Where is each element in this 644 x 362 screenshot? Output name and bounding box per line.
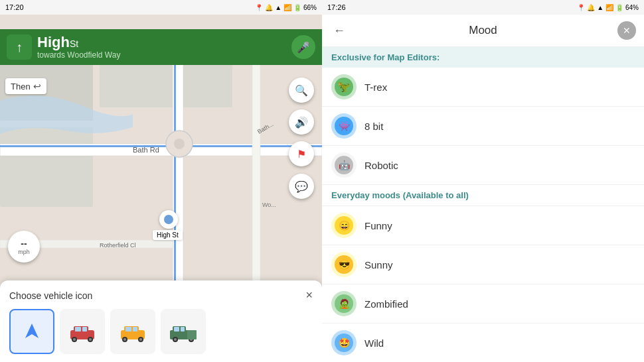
mood-panel: 17:26 📍 🔔 ▲ 📶 🔋 64% ← Mood ✕ Exclusive f… — [322, 0, 644, 362]
chat-fab[interactable]: 💬 — [289, 174, 314, 199]
svg-text:Bath Rd: Bath Rd — [133, 146, 159, 154]
vehicle-close-button[interactable]: × — [305, 288, 313, 302]
nav-bar: ↑ HighSt towards Woodfield Way 🎤 — [0, 29, 322, 65]
funny-label: Funny — [364, 220, 635, 231]
status-icons-left: 📍 🔔 ▲ 📶 🔋 66% — [255, 4, 317, 11]
vehicle-option-arrow[interactable] — [9, 309, 54, 354]
back-icon: ← — [333, 24, 345, 38]
svg-text:😄: 😄 — [339, 220, 351, 231]
flag-fab[interactable]: ⚑ — [289, 141, 314, 166]
mood-header: ← Mood ✕ — [322, 15, 644, 47]
status-icons-right: 📍 🔔 ▲ 📶 🔋 64% — [577, 4, 639, 11]
mood-item-funny[interactable]: 😄 Funny — [322, 206, 644, 245]
status-time-right: 17:26 — [327, 3, 346, 11]
mood-item-8bit[interactable]: 👾 8 bit — [322, 107, 644, 146]
svg-text:🤩: 🤩 — [339, 337, 351, 349]
volume-fab[interactable]: 🔊 — [289, 109, 314, 135]
svg-point-22 — [73, 338, 76, 341]
vehicle-option-yellow-car[interactable] — [110, 309, 155, 354]
svg-text:🤖: 🤖 — [339, 160, 351, 171]
svg-rect-5 — [0, 145, 322, 147]
svg-rect-20 — [82, 327, 87, 332]
mood-item-trex[interactable]: 🦖 T-rex — [322, 68, 644, 107]
speed-unit: mph — [18, 249, 30, 255]
svg-text:👾: 👾 — [339, 121, 351, 132]
then-arrow-icon: ↩ — [33, 81, 41, 91]
high-st-label: High St — [153, 230, 183, 240]
mic-button[interactable]: 🎤 — [291, 35, 315, 59]
svg-point-32 — [139, 338, 142, 341]
robotic-label: Robotic — [364, 160, 635, 171]
user-location-dot: High St — [159, 210, 178, 229]
close-icon: ✕ — [623, 25, 631, 36]
zombie-avatar: 🧟 — [331, 291, 357, 316]
svg-text:🧟: 🧟 — [339, 298, 351, 310]
svg-text:Wo...: Wo... — [262, 202, 276, 208]
vehicle-chooser-title: Choose vehicle icon — [9, 290, 92, 301]
map-area[interactable]: Bath Rd Rotherfield Cl Bath... Wo... ↑ — [0, 15, 322, 362]
speed-indicator: -- mph — [8, 231, 40, 263]
svg-point-14 — [174, 139, 185, 149]
svg-rect-3 — [0, 127, 93, 207]
vehicle-chooser-panel: Choose vehicle icon × — [0, 280, 322, 362]
8bit-label: 8 bit — [364, 121, 635, 132]
nav-text: HighSt towards Woodfield Way — [37, 34, 286, 60]
svg-point-30 — [123, 338, 126, 341]
everyday-section-label: Everyday moods (Available to all) — [322, 185, 644, 206]
robotic-avatar: 🤖 — [331, 152, 357, 178]
mood-item-robotic[interactable]: 🤖 Robotic — [322, 146, 644, 185]
mood-list: 🦖 T-rex 👾 8 bit 🤖 Robotic Everyday moods… — [322, 68, 644, 362]
sunny-label: Sunny — [364, 259, 635, 271]
svg-text:😎: 😎 — [339, 259, 351, 271]
vehicle-header: Choose vehicle icon × — [9, 288, 313, 302]
vehicle-option-green-truck[interactable] — [161, 309, 206, 354]
close-button[interactable]: ✕ — [617, 21, 636, 40]
mood-item-sunny[interactable]: 😎 Sunny — [322, 245, 644, 284]
8bit-avatar: 👾 — [331, 113, 357, 139]
funny-avatar: 😄 — [331, 213, 357, 238]
mood-item-wild[interactable]: 🤩 Wild — [322, 324, 644, 362]
svg-rect-28 — [133, 327, 137, 332]
svg-text:🦖: 🦖 — [337, 80, 351, 93]
nav-towards: towards Woodfield Way — [37, 50, 286, 60]
svg-point-24 — [89, 338, 92, 341]
svg-rect-35 — [174, 327, 179, 332]
search-fab[interactable]: 🔍 — [289, 78, 314, 103]
mood-title: Mood — [349, 24, 617, 37]
svg-rect-36 — [181, 327, 185, 332]
vehicle-option-red-car[interactable] — [60, 309, 105, 354]
exclusive-section-label: Exclusive for Map Editors: — [322, 47, 644, 68]
then-label: Then — [11, 82, 31, 91]
status-time-left: 17:20 — [5, 3, 24, 11]
svg-text:Rotherfield Cl: Rotherfield Cl — [100, 242, 136, 249]
status-bar-left: 17:20 📍 🔔 ▲ 📶 🔋 66% — [0, 0, 322, 15]
svg-rect-41 — [187, 330, 197, 339]
svg-point-38 — [174, 338, 177, 341]
zombified-label: Zombified — [364, 298, 635, 310]
trex-avatar: 🦖 — [331, 74, 357, 99]
back-button[interactable]: ← — [330, 21, 349, 40]
trex-label: T-rex — [364, 82, 635, 93]
nav-street-name: HighSt — [37, 34, 286, 50]
svg-rect-27 — [125, 327, 131, 332]
wild-label: Wild — [364, 337, 635, 349]
maps-navigation-panel: 17:20 📍 🔔 ▲ 📶 🔋 66% Bath Rd — [0, 0, 322, 362]
nav-direction-icon: ↑ — [7, 34, 32, 60]
sunny-avatar: 😎 — [331, 252, 357, 277]
wild-avatar: 🤩 — [331, 330, 357, 355]
mood-item-zombified[interactable]: 🧟 Zombified — [322, 284, 644, 324]
then-button[interactable]: Then ↩ — [5, 78, 46, 94]
vehicle-options-list — [9, 309, 313, 354]
svg-marker-16 — [25, 324, 39, 338]
speed-value: -- — [21, 238, 27, 249]
status-bar-right: 17:26 📍 🔔 ▲ 📶 🔋 64% — [322, 0, 644, 15]
svg-rect-19 — [75, 327, 81, 332]
